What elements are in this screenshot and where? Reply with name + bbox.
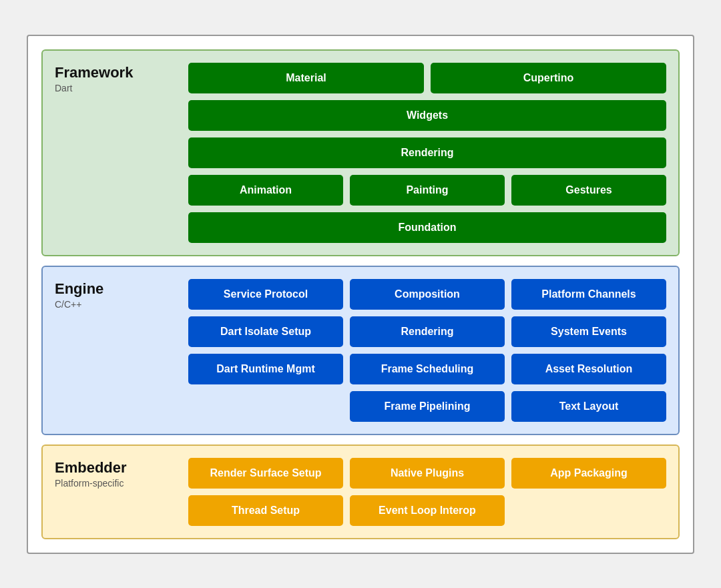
engine-label: Engine C/C++: [55, 279, 188, 310]
engine-title: Engine: [55, 280, 182, 298]
embedder-subtitle: Platform-specific: [55, 478, 182, 489]
material-box: Material: [188, 63, 424, 93]
animation-box: Animation: [188, 175, 343, 206]
empty-box-2: [511, 495, 666, 526]
diagram: Framework Dart Material Cupertino Widget…: [27, 35, 694, 554]
engine-row-2: Dart Isolate Setup Rendering System Even…: [188, 316, 666, 347]
framework-row-3: Rendering: [188, 137, 666, 168]
render-surface-box: Render Surface Setup: [188, 458, 343, 489]
system-events-box: System Events: [511, 316, 666, 347]
framework-content: Material Cupertino Widgets Rendering Ani…: [188, 63, 666, 243]
text-layout-box: Text Layout: [511, 391, 666, 422]
empty-box-1: [188, 391, 343, 422]
cupertino-box: Cupertino: [431, 63, 666, 93]
service-protocol-box: Service Protocol: [188, 279, 343, 310]
framework-row-4: Animation Painting Gestures: [188, 175, 666, 206]
engine-row-4: Frame Pipelining Text Layout: [188, 391, 666, 422]
widgets-box: Widgets: [188, 100, 666, 131]
dart-runtime-box: Dart Runtime Mgmt: [188, 354, 343, 384]
composition-box: Composition: [350, 279, 505, 310]
embedder-label: Embedder Platform-specific: [55, 458, 188, 489]
embedder-content: Render Surface Setup Native Plugins App …: [188, 458, 666, 526]
frame-scheduling-box: Frame Scheduling: [350, 354, 505, 384]
platform-channels-box: Platform Channels: [511, 279, 666, 310]
framework-title: Framework: [55, 64, 182, 81]
engine-content: Service Protocol Composition Platform Ch…: [188, 279, 666, 422]
engine-row-1: Service Protocol Composition Platform Ch…: [188, 279, 666, 310]
asset-resolution-box: Asset Resolution: [511, 354, 666, 384]
embedder-row-1: Render Surface Setup Native Plugins App …: [188, 458, 666, 489]
framework-subtitle: Dart: [55, 83, 182, 93]
framework-section: Framework Dart Material Cupertino Widget…: [41, 49, 680, 256]
embedder-row-2: Thread Setup Event Loop Interop: [188, 495, 666, 526]
foundation-box: Foundation: [188, 212, 666, 243]
gestures-box: Gestures: [511, 175, 666, 206]
rendering-box-fw: Rendering: [188, 137, 666, 168]
frame-pipelining-box: Frame Pipelining: [350, 391, 505, 422]
dart-isolate-box: Dart Isolate Setup: [188, 316, 343, 347]
rendering-box-eng: Rendering: [350, 316, 505, 347]
framework-row-1: Material Cupertino: [188, 63, 666, 93]
event-loop-box: Event Loop Interop: [350, 495, 505, 526]
embedder-section: Embedder Platform-specific Render Surfac…: [41, 445, 680, 539]
app-packaging-box: App Packaging: [511, 458, 666, 489]
embedder-title: Embedder: [55, 459, 182, 477]
engine-row-3: Dart Runtime Mgmt Frame Scheduling Asset…: [188, 354, 666, 384]
engine-section: Engine C/C++ Service Protocol Compositio…: [41, 266, 680, 435]
framework-row-5: Foundation: [188, 212, 666, 243]
framework-row-2: Widgets: [188, 100, 666, 131]
thread-setup-box: Thread Setup: [188, 495, 343, 526]
painting-box: Painting: [350, 175, 505, 206]
engine-subtitle: C/C++: [55, 299, 182, 310]
native-plugins-box: Native Plugins: [350, 458, 505, 489]
framework-label: Framework Dart: [55, 63, 188, 93]
